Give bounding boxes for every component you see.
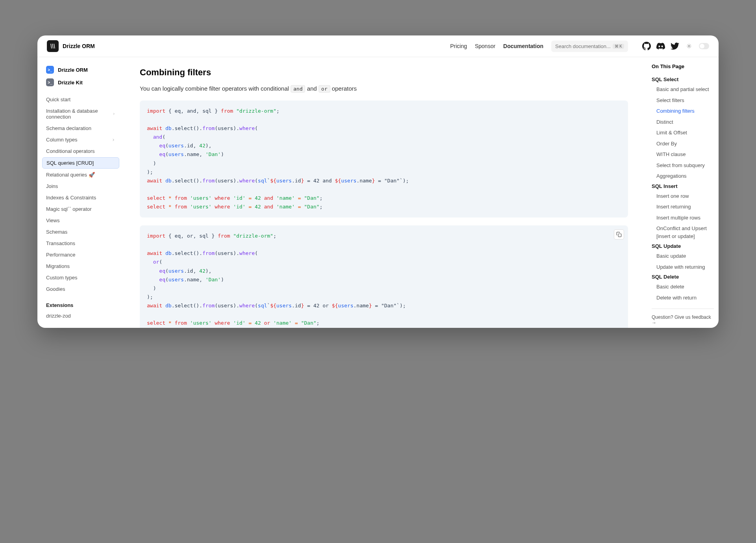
copy-button[interactable]: [614, 229, 624, 240]
toc-item[interactable]: Update with returning: [652, 262, 714, 273]
code-or: or: [319, 85, 330, 93]
sidebar-item[interactable]: Views: [42, 215, 119, 226]
main-content: Combining filters You can logically comb…: [124, 57, 644, 328]
theme-toggle[interactable]: [699, 43, 709, 49]
sidebar-item[interactable]: Custom types: [42, 272, 119, 283]
sidebar-item[interactable]: Installation & database connection: [42, 106, 119, 122]
svg-point-0: [688, 45, 690, 47]
code-block-and: import { eq, and, sql } from "drizzle-or…: [140, 100, 628, 218]
toc-item[interactable]: OnConflict and Upsert [insert or update]: [652, 223, 714, 242]
toc-feedback-link[interactable]: Question? Give us feedback →: [652, 314, 714, 325]
logo[interactable]: Drizzle ORM: [47, 40, 95, 52]
paragraph-combining: You can logically combine filter operato…: [140, 84, 628, 93]
toc-item[interactable]: Delete with return: [652, 292, 714, 303]
sidebar-badge-icon: >_: [46, 78, 54, 86]
twitter-icon[interactable]: [671, 42, 679, 50]
sidebar-item[interactable]: Schema declaration: [42, 123, 119, 134]
sidebar-badge-icon: >_: [46, 66, 54, 74]
nav-documentation[interactable]: Documentation: [503, 43, 543, 49]
search-input[interactable]: [555, 43, 610, 49]
code-block-or: import { eq, or, sql } from "drizzle-orm…: [140, 225, 628, 328]
sidebar-item[interactable]: Column types: [42, 134, 119, 145]
heading-combining-filters: Combining filters: [140, 67, 628, 78]
sidebar-item[interactable]: SQL queries [CRUD]: [42, 157, 119, 169]
toc-item[interactable]: Select filters: [652, 95, 714, 106]
toc-heading[interactable]: SQL Update: [652, 242, 714, 251]
logo-icon: [47, 40, 59, 52]
toc-item[interactable]: Insert returning: [652, 201, 714, 212]
sidebar-item[interactable]: Conditional operators: [42, 146, 119, 156]
chevron-right-icon: [111, 138, 115, 142]
toc-item[interactable]: Basic delete: [652, 281, 714, 292]
svg-rect-1: [618, 234, 621, 237]
search-box[interactable]: ⌘ K: [551, 41, 628, 52]
sidebar-top-item[interactable]: >_Drizzle ORM: [42, 63, 119, 76]
nav-pricing[interactable]: Pricing: [450, 43, 467, 49]
toc-item[interactable]: Limit & Offset: [652, 127, 714, 138]
toc-heading[interactable]: SQL Select: [652, 75, 714, 84]
chevron-right-icon: [112, 112, 115, 116]
toc-item[interactable]: Insert one row: [652, 191, 714, 202]
toc-item[interactable]: WITH clause: [652, 149, 714, 160]
sun-icon: [685, 42, 693, 50]
header: Drizzle ORM Pricing Sponsor Documentatio…: [37, 35, 719, 57]
nav-links: Pricing Sponsor Documentation ⌘ K: [450, 41, 709, 52]
sidebar-item[interactable]: drizzle-zod: [42, 311, 119, 321]
code-and: and: [291, 85, 305, 93]
sidebar-item[interactable]: Transactions: [42, 238, 119, 249]
toc-heading[interactable]: SQL Insert: [652, 182, 714, 191]
sidebar-item[interactable]: Goodies: [42, 284, 119, 294]
toc-item[interactable]: Distinct: [652, 117, 714, 128]
sidebar-item[interactable]: Schemas: [42, 227, 119, 237]
sidebar-heading-extensions: Extensions: [42, 300, 119, 311]
sidebar-item[interactable]: Indexes & Constraints: [42, 192, 119, 203]
github-icon[interactable]: [642, 42, 651, 50]
toc-title: On This Page: [652, 63, 714, 69]
sidebar-item[interactable]: Relational queries 🚀: [42, 169, 119, 180]
toc-item[interactable]: Basic and partial select: [652, 84, 714, 95]
search-kbd: ⌘ K: [613, 44, 624, 49]
toc-item[interactable]: Basic update: [652, 251, 714, 262]
toc-heading[interactable]: SQL Delete: [652, 272, 714, 281]
toc: On This Page SQL SelectBasic and partial…: [644, 57, 719, 328]
nav-sponsor[interactable]: Sponsor: [475, 43, 495, 49]
sidebar-item[interactable]: Performance: [42, 249, 119, 260]
toc-item[interactable]: Aggregations: [652, 171, 714, 182]
sidebar-item[interactable]: Migrations: [42, 261, 119, 272]
sidebar: >_Drizzle ORM>_Drizzle Kit Quick startIn…: [37, 57, 124, 328]
toc-item[interactable]: Order By: [652, 138, 714, 149]
logo-text: Drizzle ORM: [63, 43, 95, 49]
sidebar-item[interactable]: Quick start: [42, 94, 119, 105]
sidebar-top-item[interactable]: >_Drizzle Kit: [42, 76, 119, 89]
toc-item[interactable]: Select from subquery: [652, 160, 714, 171]
sidebar-item[interactable]: Magic sql`` operator: [42, 204, 119, 214]
toc-item[interactable]: Combining filters: [652, 106, 714, 117]
sidebar-item[interactable]: Joins: [42, 181, 119, 192]
discord-icon[interactable]: [656, 42, 665, 50]
toc-item[interactable]: Insert multiple rows: [652, 212, 714, 223]
